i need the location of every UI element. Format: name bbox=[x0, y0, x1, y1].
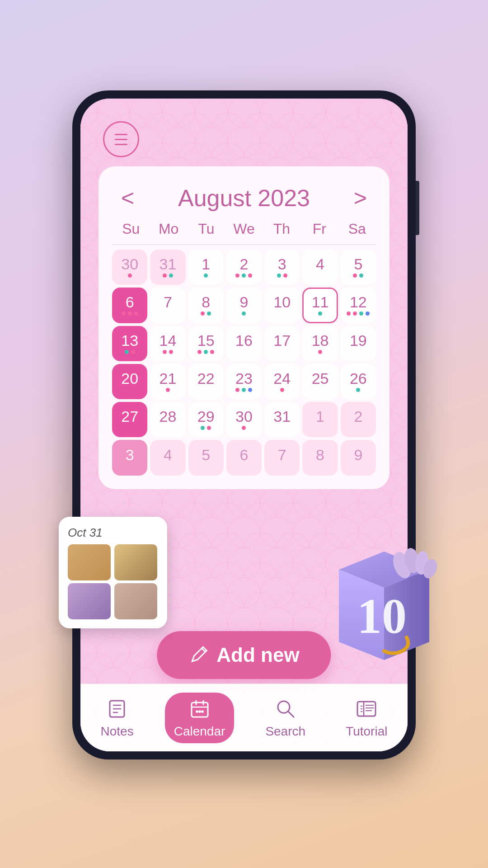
day-number: 8 bbox=[316, 447, 324, 462]
calendar-day[interactable]: 29 bbox=[188, 402, 224, 437]
event-dot bbox=[366, 311, 370, 316]
calendar-day[interactable]: 16 bbox=[226, 326, 262, 361]
nav-item-search[interactable]: Search bbox=[256, 693, 314, 743]
calendar-day[interactable]: 6 bbox=[112, 288, 147, 323]
event-dots bbox=[122, 311, 138, 316]
calendar-day[interactable]: 30 bbox=[226, 402, 262, 437]
nav-item-notes[interactable]: Notes bbox=[92, 693, 143, 743]
calendar-day[interactable]: 30 bbox=[112, 250, 147, 285]
calendar-day[interactable]: 8 bbox=[188, 288, 224, 323]
event-dots bbox=[280, 388, 284, 392]
app-container: Stay Organized bbox=[0, 0, 488, 868]
calendar-day[interactable]: 10 bbox=[264, 288, 300, 323]
svg-point-14 bbox=[198, 710, 201, 712]
calendar-day[interactable]: 25 bbox=[302, 364, 338, 399]
note-images-grid bbox=[68, 544, 158, 619]
event-dot bbox=[283, 274, 287, 278]
nav-tutorial-label: Tutorial bbox=[346, 724, 387, 739]
calendar-day[interactable]: 3 bbox=[264, 250, 300, 285]
calendar-day[interactable]: 1 bbox=[188, 250, 224, 285]
event-dots bbox=[201, 311, 211, 316]
calendar-day[interactable]: 6 bbox=[226, 440, 262, 475]
next-month-button[interactable]: > bbox=[354, 187, 367, 209]
event-dot bbox=[359, 311, 363, 316]
calendar-day[interactable]: 12 bbox=[341, 288, 376, 323]
calendar-day[interactable]: 28 bbox=[150, 402, 185, 437]
calendar-day[interactable]: 21 bbox=[150, 364, 185, 399]
event-dot bbox=[318, 350, 322, 354]
month-title: August 2023 bbox=[178, 184, 310, 212]
calendar-day[interactable]: 15 bbox=[188, 326, 224, 361]
event-dot bbox=[242, 274, 246, 278]
add-new-button[interactable]: Add new bbox=[157, 631, 331, 679]
day-number: 12 bbox=[350, 294, 367, 310]
event-dots bbox=[235, 388, 252, 392]
day-header-we: We bbox=[225, 221, 263, 237]
calendar-icon bbox=[188, 697, 211, 721]
day-number: 14 bbox=[160, 333, 177, 348]
day-number: 7 bbox=[278, 447, 286, 462]
calendar-day[interactable]: 9 bbox=[226, 288, 262, 323]
calendar-day[interactable]: 22 bbox=[188, 364, 224, 399]
day-number: 13 bbox=[121, 333, 138, 348]
event-dot bbox=[235, 388, 239, 392]
prev-month-button[interactable]: < bbox=[121, 187, 134, 209]
calendar-day[interactable]: 19 bbox=[341, 326, 376, 361]
calendar-day[interactable]: 5 bbox=[188, 440, 224, 475]
calendar-day[interactable]: 4 bbox=[150, 440, 185, 475]
event-dots bbox=[235, 274, 252, 278]
calendar-day[interactable]: 27 bbox=[112, 402, 147, 437]
calendar-day[interactable]: 24 bbox=[264, 364, 300, 399]
calendar-day[interactable]: 1 bbox=[302, 402, 338, 437]
event-dot bbox=[277, 274, 281, 278]
calendar-day[interactable]: 31 bbox=[264, 402, 300, 437]
event-dot bbox=[353, 311, 357, 316]
calendar-day[interactable]: 8 bbox=[302, 440, 338, 475]
note-image-4 bbox=[114, 583, 157, 619]
svg-rect-18 bbox=[357, 702, 375, 716]
day-number: 30 bbox=[121, 256, 138, 272]
event-dot bbox=[204, 350, 208, 354]
calendar-day[interactable]: 2 bbox=[341, 402, 376, 437]
day-headers: SuMoTuWeThFrSa bbox=[112, 221, 376, 245]
notes-icon bbox=[105, 697, 129, 721]
calendar-day[interactable]: 11 bbox=[302, 288, 338, 323]
floating-note-card: Oct 31 bbox=[59, 517, 167, 628]
bottom-navigation: Notes Calendar bbox=[80, 684, 408, 751]
calendar-day[interactable]: 14 bbox=[150, 326, 185, 361]
calendar-day[interactable]: 31 bbox=[150, 250, 185, 285]
calendar-day[interactable]: 2 bbox=[226, 250, 262, 285]
event-dot bbox=[169, 350, 173, 354]
nav-item-calendar[interactable]: Calendar bbox=[165, 693, 235, 743]
day-number: 10 bbox=[273, 294, 291, 310]
calendar-day[interactable]: 23 bbox=[226, 364, 262, 399]
calendar-grid[interactable]: 3031123456789101112131415161718192021222… bbox=[112, 250, 376, 476]
calendar-day[interactable]: 7 bbox=[264, 440, 300, 475]
nav-item-tutorial[interactable]: Tutorial bbox=[337, 693, 396, 743]
day-number: 30 bbox=[235, 409, 253, 424]
calendar-day[interactable]: 18 bbox=[302, 326, 338, 361]
calendar-day[interactable]: 9 bbox=[341, 440, 376, 475]
event-dots bbox=[197, 350, 214, 354]
calendar-day[interactable]: 26 bbox=[341, 364, 376, 399]
calendar-day[interactable]: 13 bbox=[112, 326, 147, 361]
calendar-day[interactable]: 7 bbox=[150, 288, 185, 323]
event-dot bbox=[169, 274, 173, 278]
day-number: 5 bbox=[354, 256, 362, 272]
event-dot bbox=[242, 311, 246, 316]
calendar-day[interactable]: 20 bbox=[112, 364, 147, 399]
day-number: 18 bbox=[312, 333, 329, 348]
menu-button[interactable] bbox=[103, 121, 139, 157]
calendar-day[interactable]: 3 bbox=[112, 440, 147, 475]
event-dot bbox=[207, 426, 211, 430]
day-number: 11 bbox=[312, 294, 329, 310]
day-number: 17 bbox=[273, 333, 291, 348]
event-dot bbox=[347, 311, 351, 316]
calendar-day[interactable]: 4 bbox=[302, 250, 338, 285]
event-dot bbox=[125, 350, 129, 354]
event-dot bbox=[318, 311, 322, 316]
calendar-day[interactable]: 5 bbox=[341, 250, 376, 285]
hamburger-icon bbox=[115, 134, 127, 145]
calendar-day[interactable]: 17 bbox=[264, 326, 300, 361]
day-number: 4 bbox=[316, 256, 324, 272]
